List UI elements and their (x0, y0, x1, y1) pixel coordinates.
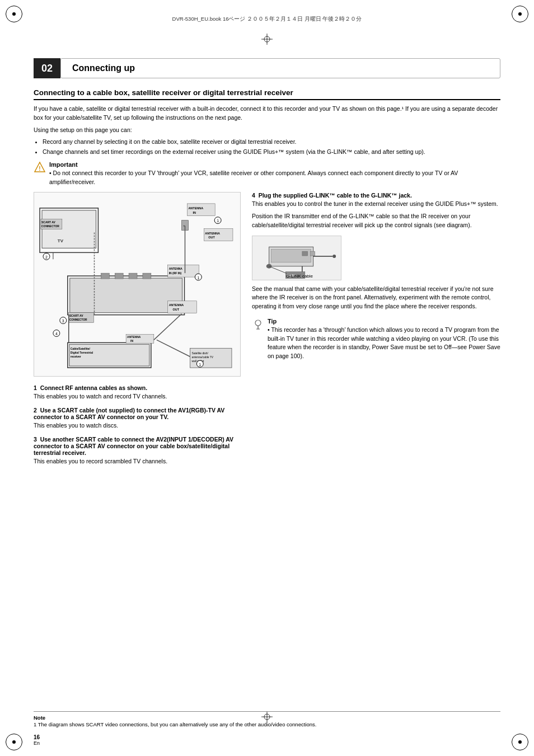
svg-point-71 (332, 255, 336, 258)
svg-text:1: 1 (217, 219, 219, 223)
important-title: Important (49, 161, 500, 168)
glink-diagram: G-LINK G-LINK cable (252, 236, 341, 280)
step-1-title: 1 Connect RF antenna cables as shown. (34, 384, 241, 391)
svg-rect-20 (129, 273, 137, 279)
file-path: DVR-530H_EU.book 16ページ ２００５年２月１４日 月曜日 午後… (34, 16, 500, 23)
left-column: TV SCART AV CONNECTOR 2 (34, 192, 241, 471)
step-3-title: 3 Use another SCART cable to connect the… (34, 436, 241, 456)
svg-text:Satellite dish/: Satellite dish/ (191, 352, 208, 355)
step-1-text: This enables you to watch and record TV … (34, 392, 241, 401)
svg-rect-18 (101, 273, 109, 279)
step-2-text: This enables you to watch discs. (34, 421, 241, 430)
svg-text:2: 2 (45, 255, 48, 259)
svg-text:IN: IN (193, 211, 196, 214)
svg-text:CONNECTOR: CONNECTOR (41, 225, 59, 228)
step-3: 3 Use another SCART cable to connect the… (34, 436, 241, 466)
see-manual-text: See the manual that came with your cable… (252, 285, 500, 311)
svg-text:SCART AV: SCART AV (69, 314, 83, 317)
page-number: 16 (34, 734, 40, 740)
svg-text:ANTENNA: ANTENNA (205, 232, 220, 235)
two-col-layout: TV SCART AV CONNECTOR 2 (34, 192, 500, 471)
svg-text:antenna/cable TV: antenna/cable TV (191, 356, 213, 359)
svg-text:OUT: OUT (173, 308, 180, 311)
svg-text:!: ! (39, 166, 40, 172)
svg-text:TV: TV (58, 239, 64, 244)
svg-line-76 (269, 266, 287, 273)
tip-box: Tip • This recorder has a 'through' func… (252, 318, 500, 361)
svg-text:ANTENNA: ANTENNA (169, 267, 183, 270)
svg-text:1: 1 (199, 363, 201, 367)
svg-rect-17 (70, 278, 182, 313)
step-1: 1 Connect RF antenna cables as shown. Th… (34, 384, 241, 401)
important-box: ! Important • Do not connect this record… (34, 161, 500, 187)
svg-text:CONNECTOR: CONNECTOR (69, 318, 87, 321)
note-title: Note (34, 715, 45, 721)
step-4-text1: This enables you to control the tuner in… (252, 200, 500, 209)
svg-rect-69 (311, 251, 315, 256)
step-4: 4 Plug the supplied G-LINK™ cable to the… (252, 192, 500, 229)
svg-rect-39 (168, 265, 199, 277)
step-4-text2: Position the IR transmitter end of the G… (252, 212, 500, 230)
step-3-text: This enables you to record scrambled TV … (34, 457, 241, 466)
bullet-2: Change channels and set timer recordings… (43, 148, 500, 157)
svg-line-61 (154, 314, 182, 340)
glink-caption: G-LINK cable (286, 274, 313, 279)
right-column: 4 Plug the supplied G-LINK™ cable to the… (252, 192, 500, 471)
important-icon: ! (34, 161, 46, 173)
feature-list: Record any channel by selecting it on th… (43, 138, 500, 157)
svg-text:IN (RF IN): IN (RF IN) (169, 272, 182, 275)
svg-text:OUT: OUT (208, 236, 215, 240)
tip-text: • This recorder has a 'through' function… (268, 326, 500, 361)
tip-content: Tip • This recorder has a 'through' func… (268, 318, 500, 361)
important-text: • Do not connect this recorder to your T… (49, 169, 500, 187)
note-bar: Note 1 The diagram shows SCART video con… (34, 711, 500, 728)
step-4-title: 4 Plug the supplied G-LINK™ cable to the… (252, 192, 500, 199)
svg-rect-19 (115, 273, 123, 279)
chapter-title: Connecting up (60, 58, 500, 78)
note-text: 1 The diagram shows SCART video connecti… (34, 721, 316, 727)
diagram-svg: TV SCART AV CONNECTOR 2 (34, 192, 240, 376)
svg-text:ANTENNA: ANTENNA (169, 303, 184, 307)
svg-text:Cable/Satellite/: Cable/Satellite/ (71, 348, 91, 351)
page-lang: En (34, 740, 40, 746)
svg-text:3: 3 (62, 319, 64, 323)
svg-text:ANTENNA: ANTENNA (127, 336, 141, 339)
svg-point-77 (255, 320, 261, 326)
svg-line-60 (157, 340, 190, 357)
corner-mark-tr (512, 6, 528, 22)
intro-text: If you have a cable, satellite or digita… (34, 105, 500, 123)
svg-text:IN: IN (130, 340, 133, 343)
svg-text:receiver: receiver (71, 355, 81, 358)
svg-rect-21 (143, 273, 151, 279)
svg-text:1: 1 (197, 276, 199, 280)
tip-icon (252, 318, 264, 330)
svg-rect-68 (302, 251, 308, 256)
svg-text:SCART AV: SCART AV (41, 221, 55, 224)
svg-text:Digital Terrestrial: Digital Terrestrial (71, 351, 93, 354)
chapter-number: 02 (34, 58, 60, 78)
bullet-1: Record any channel by selecting it on th… (43, 138, 500, 147)
corner-mark-bl (6, 734, 22, 750)
setup-intro-text: Using the setup on this page you can: (34, 126, 500, 135)
main-content: Connecting to a cable box, satellite rec… (34, 88, 500, 722)
corner-mark-br (512, 734, 528, 750)
corner-mark-tl (6, 6, 22, 22)
svg-text:ANTENNA: ANTENNA (188, 206, 203, 210)
tip-title: Tip (268, 318, 500, 325)
step-2-title: 2 Use a SCART cable (not supplied) to co… (34, 407, 241, 420)
important-content: Important • Do not connect this recorder… (49, 161, 500, 187)
connection-diagram: TV SCART AV CONNECTOR 2 (34, 192, 241, 377)
step-2: 2 Use a SCART cable (not supplied) to co… (34, 407, 241, 430)
svg-text:4: 4 (55, 332, 58, 336)
center-mark-top (261, 34, 273, 45)
section-heading: Connecting to a cable box, satellite rec… (34, 88, 500, 100)
